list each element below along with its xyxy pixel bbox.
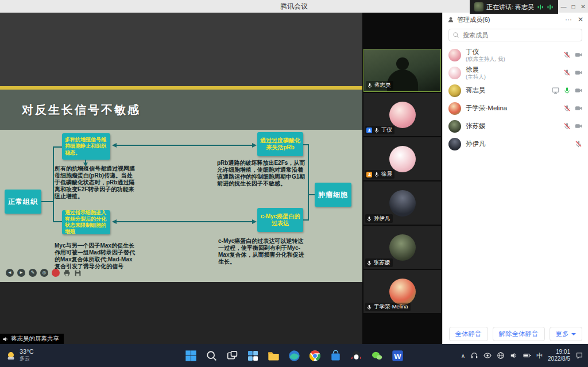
screen-share-label: 蒋志昊的屏幕共享 (0, 334, 64, 344)
member-row-xuchen[interactable]: 徐晨 (主持人) (443, 64, 588, 82)
battery-icon[interactable] (523, 351, 531, 360)
tile-name: 张苏嫒 (374, 259, 390, 266)
caret-down-icon (571, 333, 576, 335)
search-icon (452, 32, 459, 38)
mic-on-icon[interactable] (563, 87, 571, 94)
video-tile-jiangzhihao[interactable]: 蒋志昊 (363, 49, 441, 92)
mic-muted-icon[interactable] (575, 140, 582, 148)
next-tool-button[interactable]: ► (17, 269, 25, 277)
member-list: 丁仪 (联席主持人, 我) 徐晨 (主持人) (443, 46, 588, 153)
tray-expand-button[interactable]: ∧ (461, 353, 465, 359)
notification-button[interactable] (575, 351, 583, 360)
save-button[interactable] (74, 269, 82, 277)
prev-tool-button[interactable]: ◄ (6, 269, 14, 277)
camera-icon[interactable] (575, 87, 582, 94)
chrome-button[interactable] (308, 349, 322, 362)
video-tile-xuchen[interactable]: 徐晨 (363, 137, 441, 180)
start-button[interactable] (184, 349, 198, 362)
member-row-jiangzhihao[interactable]: 蒋志昊 (443, 82, 588, 99)
file-explorer-button[interactable] (266, 349, 280, 362)
mute-all-button[interactable]: 全体静音 (449, 327, 488, 341)
unmute-all-button[interactable]: 解除全体静音 (493, 327, 545, 341)
clock[interactable]: 19:01 2022/8/5 (548, 349, 570, 362)
more-button[interactable]: 更多 (550, 327, 582, 341)
mic-muted-icon[interactable] (563, 122, 571, 130)
connector-tumor-cell (308, 194, 315, 195)
member-row-zhangsuai[interactable]: 张苏嫒 (443, 117, 588, 135)
eye-icon[interactable] (483, 351, 492, 360)
panel-close-button[interactable]: ✕ (578, 16, 583, 24)
box-normal-tissue: 正常组织 (5, 190, 41, 214)
box-prb-phosphorylation: 通过过度磷酸化来失活pRb (257, 132, 303, 156)
member-row-sunyifan[interactable]: 孙伊凡 (443, 135, 588, 153)
laser-tool-button[interactable]: ◎ (40, 269, 48, 277)
camera-icon[interactable] (575, 51, 582, 59)
slide-body: 多种抗增殖信号维持细胞静止和组织稳态。 所有的抗增殖信号都通过视网膜母细胞瘤蛋白… (0, 130, 362, 282)
camera-icon[interactable] (575, 69, 582, 76)
task-view-button[interactable] (225, 349, 239, 362)
avatar (448, 84, 461, 97)
box-antiproliferative-signals: 多种抗增殖信号维持细胞静止和组织稳态。 (62, 133, 110, 160)
avatar (389, 279, 416, 305)
qq-button[interactable] (349, 349, 363, 362)
language-indicator[interactable]: 中 (536, 351, 543, 360)
members-panel-title: 管理成员(6) (457, 16, 490, 24)
tile-name: 孙伊凡 (374, 215, 390, 222)
text-cmyc-reversal: c-Myc癌蛋白的过表达可以逆转这一过程，使平衡回到有利于Myc-Max复合体，… (218, 238, 305, 265)
store-button[interactable] (328, 349, 342, 362)
speaking-toast-text: 正在讲话: 蒋志昊 (486, 3, 534, 11)
video-tile-sunyifan[interactable]: 孙伊凡 (363, 181, 441, 225)
member-row-yuxuerong[interactable]: 于学荣-Melina (443, 99, 588, 117)
tile-name-label: 蒋志昊 (366, 81, 393, 90)
weather-temp: 33°C (20, 348, 34, 356)
arrow-double-bottom-icon (116, 221, 253, 222)
text-myc-max: Myc与另一个因子Max的促生长作用可被一组Mad转录因子替代的Max复合体所取… (55, 242, 137, 270)
audio-wave-icon (537, 3, 544, 10)
maximize-button[interactable]: □ (568, 0, 578, 13)
tile-name: 于学荣-Melina (374, 303, 408, 311)
widgets-button[interactable] (246, 349, 260, 362)
word-button[interactable] (390, 349, 404, 362)
wechat-button[interactable] (370, 349, 384, 362)
video-tile-dingyi[interactable]: 丁仪 (363, 93, 441, 136)
avatar (389, 190, 416, 217)
edge-button[interactable] (287, 349, 301, 362)
screen-share-icon[interactable] (552, 87, 559, 94)
video-tile-yuxuerong[interactable]: 于学荣-Melina (363, 270, 441, 313)
video-tile-zhangsuai[interactable]: 张苏嫒 (363, 226, 441, 269)
print-button[interactable] (63, 269, 71, 277)
search-input[interactable] (448, 29, 582, 41)
camera-icon[interactable] (575, 122, 582, 130)
close-button[interactable]: ✕ (578, 0, 588, 13)
desktop: 腾讯会议 — □ ✕ 正在讲话: 蒋志昊 对反生长信号不敏感 多种抗增殖信号维持… (0, 0, 588, 367)
members-icon (447, 16, 454, 23)
mic-muted-icon[interactable] (563, 105, 571, 112)
network-icon[interactable] (497, 351, 505, 360)
speaking-toast: 正在讲话: 蒋志昊 (470, 0, 558, 14)
member-row-dingyi[interactable]: 丁仪 (联席主持人, 我) (443, 46, 588, 64)
members-panel: 管理成员(6) ··· ✕ 丁仪 (联席主持人, 我) (442, 13, 588, 344)
red-marker-tool-button[interactable] (52, 269, 60, 277)
speaker-avatar (474, 2, 483, 11)
box-cmyc-overexpression: c-Myc癌蛋白的过表达 (257, 208, 303, 232)
audio-wave-icon (547, 3, 554, 10)
tile-name-label: 孙伊凡 (365, 214, 393, 223)
system-tray: ∧ 中 19:01 2022/8/5 (461, 344, 583, 367)
video-strip: 蒋志昊 丁仪 徐晨 孙伊凡 (362, 13, 442, 344)
volume-icon[interactable] (510, 351, 518, 360)
member-name: 蒋志昊 (466, 87, 547, 94)
panel-menu-button[interactable]: ··· (565, 16, 572, 24)
host-badge-icon (366, 172, 372, 177)
tile-name-label: 张苏嫒 (365, 258, 393, 267)
headset-icon[interactable] (470, 351, 478, 360)
member-name: 孙伊凡 (466, 140, 570, 148)
members-panel-header: 管理成员(6) ··· ✕ (443, 13, 588, 26)
mic-muted-icon[interactable] (563, 51, 571, 59)
taskbar-search-button[interactable] (204, 349, 218, 362)
mic-muted-icon[interactable] (563, 69, 571, 76)
weather-widget[interactable]: 33°C 多云 (6, 348, 34, 362)
pen-tool-button[interactable]: ✎ (29, 269, 37, 277)
minimize-button[interactable]: — (559, 0, 568, 13)
connector-right-top (303, 144, 309, 145)
camera-icon[interactable] (575, 105, 582, 112)
